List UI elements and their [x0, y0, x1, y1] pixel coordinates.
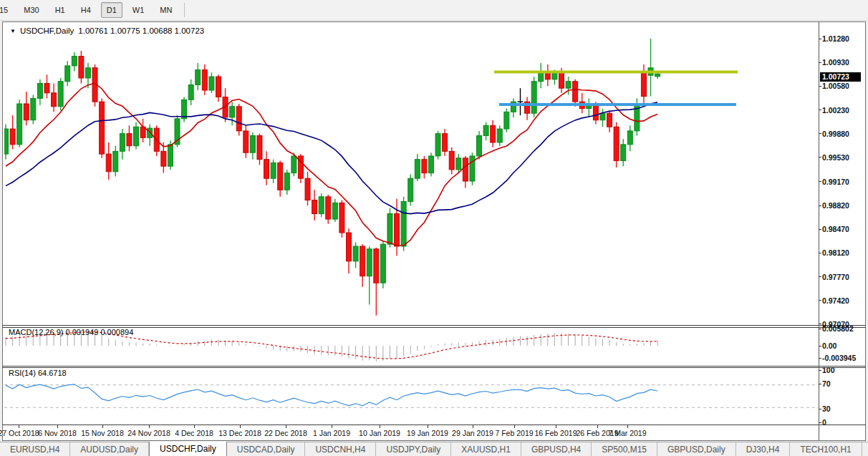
bear-candle — [360, 246, 365, 276]
timeframe-button-d1[interactable]: D1 — [101, 2, 122, 18]
candlestick-chart-canvas[interactable] — [4, 24, 819, 325]
price-axis-label: 0.98120 — [822, 248, 849, 257]
symbol-tab-xauusd-h1[interactable]: XAUUSD,H1 — [451, 442, 521, 456]
bull-candle — [627, 131, 632, 145]
price-axis-label: 0.99170 — [822, 178, 849, 186]
bull-candle — [72, 57, 77, 66]
timeframe-toolbar: 15M30H1H4D1W1MN — [0, 0, 868, 21]
bull-candle — [58, 82, 63, 107]
bull-candle — [552, 72, 557, 79]
bear-candle — [52, 93, 57, 107]
symbol-tab-dj30-h4[interactable]: DJ30,H4 — [736, 442, 791, 456]
bear-candle — [607, 113, 612, 127]
indicator-axis-tick — [819, 370, 821, 371]
price-axis-label: 0.98820 — [822, 201, 849, 210]
bull-candle — [291, 156, 296, 173]
bull-candle — [408, 178, 413, 201]
bear-candle — [10, 129, 15, 145]
date-axis-tick — [240, 425, 241, 428]
bear-candle — [312, 200, 317, 214]
indicator-axis-tick — [819, 358, 821, 359]
price-axis-tick — [819, 86, 821, 87]
price-axis-tick — [819, 133, 821, 134]
price-axis-label: 0.99880 — [822, 130, 849, 138]
rsi-line — [6, 384, 657, 406]
bull-candle — [319, 197, 324, 214]
bull-candle — [31, 98, 36, 120]
date-axis-tick — [473, 425, 473, 428]
date-axis-label: 10 Jan 2019 — [359, 429, 400, 437]
timeframe-button-15[interactable]: 15 — [0, 2, 14, 18]
bear-candle — [449, 151, 454, 170]
bear-candle — [24, 104, 29, 120]
bull-candle — [539, 72, 544, 81]
symbol-tab-eurusd-h4[interactable]: EURUSD,H4 — [0, 442, 70, 456]
symbol-dropdown-icon[interactable]: ▼ — [10, 28, 16, 34]
date-axis-label: 29 Jan 2019 — [452, 429, 493, 437]
macd-panel-divider[interactable] — [2, 325, 866, 326]
symbol-tab-gbpusd-daily[interactable]: GBPUSD,Daily — [657, 442, 736, 456]
symbol-tab-usdcnh-h4[interactable]: USDCNH,H4 — [305, 442, 376, 456]
symbol-tab-tech100-h1[interactable]: TECH100,H1 — [790, 442, 862, 456]
bear-candle — [463, 158, 468, 181]
bull-candle — [182, 100, 187, 119]
date-axis-label: 22 Dec 2018 — [264, 429, 307, 437]
rsi-indicator-canvas[interactable] — [4, 368, 819, 425]
bull-candle — [470, 156, 475, 181]
bear-candle — [264, 160, 269, 179]
bull-candle — [17, 104, 22, 145]
bull-candle — [196, 70, 201, 85]
bear-candle — [614, 127, 619, 160]
symbol-tab-gbpusd-h4[interactable]: GBPUSD,H4 — [521, 442, 592, 456]
symbol-tab-usdcad-daily[interactable]: USDCAD,Daily — [227, 442, 306, 456]
bear-candle — [79, 57, 84, 78]
rsi-label: RSI(14) 64.6718 — [9, 369, 67, 377]
candles-layer — [4, 39, 660, 316]
symbol-tabbar: EURUSD,H4AUDUSD,DailyUSDCHF,DailyUSDCAD,… — [0, 442, 868, 456]
price-axis-label: 1.01280 — [822, 34, 849, 43]
bull-candle — [230, 107, 235, 117]
bull-candle — [85, 68, 90, 78]
bear-candle — [127, 134, 132, 146]
bear-candle — [236, 107, 241, 131]
date-axis-label: 6 Nov 2018 — [38, 429, 77, 437]
symbol-tab-usdjpy-daily[interactable]: USDJPY,Daily — [376, 442, 451, 456]
timeframe-button-h4[interactable]: H4 — [75, 2, 97, 18]
price-axis-tick — [819, 62, 821, 63]
symbol-tab-sp500-m15[interactable]: SP500,M15 — [592, 442, 657, 456]
bear-candle — [100, 102, 105, 154]
symbol-tab-audusd-daily[interactable]: AUDUSD,Daily — [70, 442, 149, 456]
price-axis-tick — [819, 205, 821, 206]
bear-candle — [641, 73, 646, 96]
price-axis-label: 0.97770 — [822, 273, 849, 281]
symbol-tab-usdchf-daily[interactable]: USDCHF,Daily — [149, 442, 227, 456]
bull-candle — [250, 136, 255, 153]
symbol-tab-ukoil-[interactable]: UKOil, — [862, 442, 868, 456]
bull-candle — [65, 66, 70, 82]
timeframe-button-mn[interactable]: MN — [154, 2, 178, 18]
indicator-axis-tick — [819, 422, 821, 423]
bull-candle — [4, 129, 9, 154]
timeframe-button-m30[interactable]: M30 — [18, 2, 44, 18]
price-axis-label: 1.00230 — [822, 106, 849, 115]
bear-candle — [347, 233, 352, 261]
date-axis-tick — [597, 425, 598, 428]
timeframe-button-h1[interactable]: H1 — [49, 2, 71, 18]
price-axis-tick — [819, 39, 821, 39]
date-axis-tick — [286, 425, 286, 428]
chart-symbol-label: USDCHF,Daily — [20, 26, 74, 35]
bull-candle — [209, 77, 214, 90]
date-axis-tick — [194, 425, 195, 428]
date-axis-divider — [2, 425, 866, 425]
price-axis-label: 1.00580 — [822, 82, 849, 90]
bull-candle — [134, 127, 139, 146]
date-axis-tick — [19, 425, 19, 428]
bull-candle — [531, 82, 536, 114]
bear-candle — [106, 154, 111, 172]
indicator-axis-label: 70 — [822, 379, 831, 388]
price-axis-label: 0.99530 — [822, 153, 849, 162]
timeframe-button-w1[interactable]: W1 — [127, 2, 150, 18]
date-axis-tick — [332, 425, 332, 428]
rsi-panel-divider[interactable] — [2, 366, 866, 367]
indicator-axis-tick — [819, 346, 821, 346]
